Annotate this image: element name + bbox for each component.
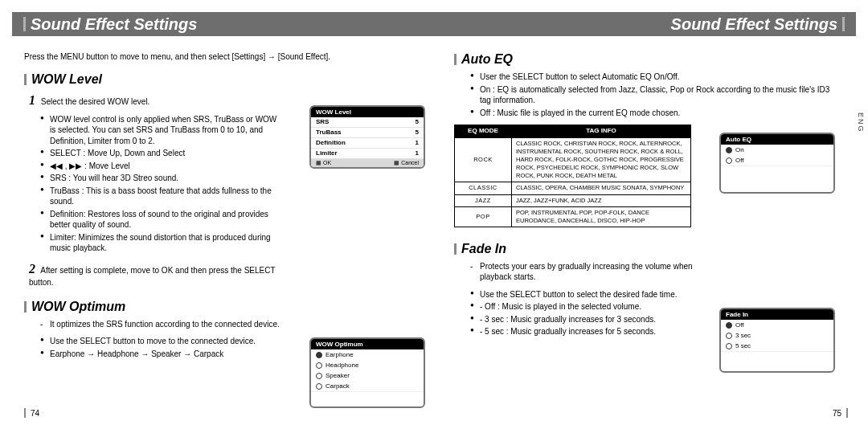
fade-in-lead-text: Protects your ears by gradually increasi… xyxy=(470,261,703,283)
wow-optimum-bullets: Use the SELECT button to move to the con… xyxy=(40,336,281,359)
step-number-1: 1 xyxy=(29,93,39,107)
list-item: Off : Music file is played in the curren… xyxy=(470,108,832,119)
wow-optimum-heading-text: WOW Optimum xyxy=(31,300,125,314)
device-title: WOW Level xyxy=(311,107,424,117)
radio-icon xyxy=(726,157,732,164)
wow-optimum-heading: WOW Optimum xyxy=(24,300,426,314)
device-ok: ▦ OK xyxy=(316,160,331,166)
radio-icon xyxy=(316,362,322,369)
wow-optimum-lead-text: It optimizes the SRS function according … xyxy=(40,319,281,330)
intro-text: Press the MENU button to move to menu, a… xyxy=(24,52,426,61)
device-title-text: WOW Level xyxy=(316,108,351,116)
list-item: - 3 sec : Music gradually increases for … xyxy=(470,314,703,325)
fade-in-heading-text: Fade In xyxy=(461,242,506,256)
eq-table-head-mode: EQ Mode xyxy=(455,125,512,138)
device-row-label: Definition xyxy=(316,138,346,148)
radio-icon xyxy=(316,352,322,358)
page-number-left-text: 74 xyxy=(31,409,39,418)
device-wow-optimum: WOW Optimum EarphoneHeadphoneSpeakerCarp… xyxy=(309,337,425,408)
device-title: WOW Optimum xyxy=(311,339,424,349)
table-row: CLASSICCLASSIC, OPERA, CHAMBER MUSIC SON… xyxy=(455,182,691,194)
header-title-left-text: Sound Effect Settings xyxy=(31,15,197,34)
device-option: Carpack xyxy=(311,381,424,391)
auto-eq-heading: Auto EQ xyxy=(454,52,848,67)
eq-tag-cell: POP, INSTRUMENTAL POP, POP-FOLK, DANCE E… xyxy=(512,206,691,227)
wow-level-bullets-1: WOW level control is only applied when S… xyxy=(40,114,281,254)
device-option-label: Earphone xyxy=(326,349,354,360)
device-title: Fade In xyxy=(721,309,833,320)
eq-mode-cell: CLASSIC xyxy=(455,182,512,194)
list-item: TruBass : This is a bass boost feature t… xyxy=(40,186,281,207)
device-auto-eq: Auto EQ OnOff xyxy=(719,133,835,194)
list-item: User the SELECT button to select Automat… xyxy=(470,71,832,83)
language-tab: ENG xyxy=(853,112,865,133)
section-bar-icon xyxy=(454,54,457,65)
list-item: Earphone → Headphone → Speaker → Carpack xyxy=(40,349,281,360)
wow-level-heading: WOW Level xyxy=(24,72,426,87)
device-option-label: 3 sec xyxy=(735,330,751,341)
device-title: Auto EQ xyxy=(721,134,833,145)
page-bar-icon xyxy=(846,408,848,418)
device-option-label: Off xyxy=(735,155,744,165)
fade-in-body: Protects your ears by gradually increasi… xyxy=(454,261,703,337)
wow-level-step2-text: After setting is complete, move to OK an… xyxy=(29,266,275,288)
fade-in-heading: Fade In xyxy=(454,242,848,256)
device-option: 3 sec xyxy=(721,330,833,341)
device-cancel: ▦ Cancel xyxy=(394,160,419,166)
table-row: JAZZJAZZ, JAZZ+FUNK, ACID JAZZ xyxy=(455,194,691,206)
device-row-value: 5 xyxy=(416,128,419,137)
device-row-label: TruBass xyxy=(316,128,342,137)
radio-icon xyxy=(316,373,322,379)
wow-level-body: 1 Select the desired WOW level. WOW leve… xyxy=(24,92,281,288)
eq-table: EQ Mode Tag Info ROCKCLASSIC ROCK, CHRIS… xyxy=(454,125,691,227)
eq-tag-cell: CLASSIC ROCK, CHRISTIAN ROCK, ROCK, ALTE… xyxy=(512,137,691,182)
device-option: 5 sec xyxy=(721,341,833,351)
device-option: Off xyxy=(721,320,833,330)
page-number-left: 74 xyxy=(24,408,39,418)
section-bar-icon xyxy=(454,243,457,255)
device-row: Limiter1 xyxy=(311,149,424,159)
page-number-right: 75 xyxy=(833,408,848,418)
list-item: - Off : Music is played in the selected … xyxy=(470,301,703,312)
wow-optimum-body: It optimizes the SRS function according … xyxy=(24,319,281,360)
list-item: On : EQ is automatically selected from J… xyxy=(470,84,832,106)
header-accent-bar xyxy=(842,17,845,31)
list-item: WOW level control is only applied when S… xyxy=(40,114,281,147)
header-title-right: Sound Effect Settings xyxy=(671,15,845,34)
device-wow-level: WOW Level SRS5TruBass5Definition1Limiter… xyxy=(309,105,425,169)
device-row-label: Limiter xyxy=(316,149,338,158)
wow-level-step-2: 2 After setting is complete, move to OK … xyxy=(29,260,281,288)
eq-tag-cell: JAZZ, JAZZ+FUNK, ACID JAZZ xyxy=(512,194,691,206)
device-row: SRS5 xyxy=(311,117,424,128)
device-row: TruBass5 xyxy=(311,128,424,138)
device-option: Speaker xyxy=(311,370,424,381)
radio-icon xyxy=(726,333,732,339)
header-accent-bar xyxy=(23,17,26,31)
wow-optimum-lead: It optimizes the SRS function according … xyxy=(40,319,281,330)
wow-level-step1-text: Select the desired WOW level. xyxy=(41,97,150,106)
device-fade-in: Fade In Off3 sec5 sec xyxy=(719,308,835,373)
section-bar-icon xyxy=(24,301,27,312)
radio-icon xyxy=(726,343,732,349)
device-footer: ▦ OK ▦ Cancel xyxy=(311,159,424,167)
table-row: ROCKCLASSIC ROCK, CHRISTIAN ROCK, ROCK, … xyxy=(455,137,691,182)
device-title-text: WOW Optimum xyxy=(316,341,363,348)
device-row-value: 1 xyxy=(416,149,419,158)
table-row: POPPOP, INSTRUMENTAL POP, POP-FOLK, DANC… xyxy=(455,206,691,227)
device-title-text: Auto EQ xyxy=(726,136,751,143)
device-option-label: Headphone xyxy=(326,360,358,370)
page-header: Sound Effect Settings Sound Effect Setti… xyxy=(12,12,856,36)
device-option: Headphone xyxy=(311,360,424,370)
device-row-value: 5 xyxy=(416,117,419,127)
list-item: Use the SELECT button to select the desi… xyxy=(470,289,703,300)
device-option-label: Off xyxy=(735,320,744,330)
list-item: Definition: Restores loss of sound to th… xyxy=(40,209,281,231)
list-item: Limiter: Minimizes the sound distortion … xyxy=(40,232,281,254)
fade-in-bullets: Use the SELECT button to select the desi… xyxy=(470,289,703,337)
page-right: Auto EQ User the SELECT button to select… xyxy=(454,52,848,418)
radio-icon xyxy=(316,383,322,390)
device-row-value: 1 xyxy=(416,138,419,148)
eq-table-head-tag: Tag Info xyxy=(512,125,691,138)
list-item: SELECT : Move Up, Down and Select xyxy=(40,148,281,159)
list-item: Use the SELECT button to move to the con… xyxy=(40,336,281,347)
